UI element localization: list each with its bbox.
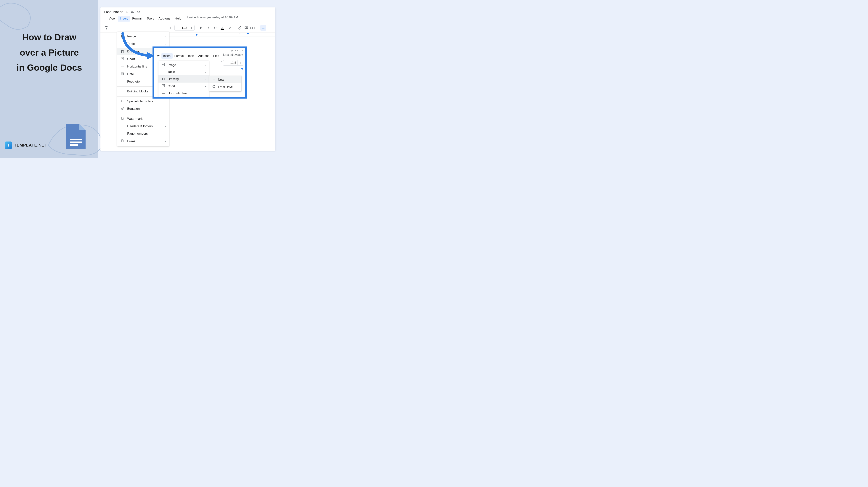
chart-icon [121,57,124,61]
zoom-dd-chart[interactable]: Chart▸ [158,83,209,90]
zoom-menubar: w Insert Format Tools Add-ons Help Last … [154,53,245,59]
star-icon[interactable]: ☆ [125,10,128,14]
zoom-callout: ☆ w Insert Format Tools Add-ons Help Las… [153,46,247,99]
font-size-decrease[interactable]: − [175,25,180,31]
dd-headers[interactable]: Headers & footers▸ [117,123,169,130]
document-title[interactable]: Document [104,10,123,14]
ruler-tick-1: 1 [185,33,187,36]
zoom-last-edit[interactable]: Last edit was y [223,53,243,59]
document-title-row: Document ☆ [104,10,272,14]
chevron-right-icon: ▸ [164,132,166,135]
insert-image-icon[interactable]: ▾ [250,26,255,30]
zoom-dd-hline[interactable]: —Horizontal line [158,90,209,97]
zoom-font-increase[interactable]: + [238,60,243,65]
left-panel: How to Draw over a Picture in Google Doc… [0,0,98,158]
menu-tools[interactable]: Tools [145,15,156,22]
italic-button[interactable]: I [206,25,211,31]
calendar-icon [121,72,124,76]
menu-format[interactable]: Format [130,15,145,22]
zoom-font-value[interactable]: 11.5 [229,60,238,65]
hline-icon: — [121,65,124,68]
brand-icon: T [5,141,12,149]
toolbar-divider-2 [257,26,258,30]
zoom-dd-image[interactable]: Image▸ [158,61,209,69]
brand-logo: T TEMPLATE.NET [5,141,47,149]
dd-watermark[interactable]: Watermark [117,115,169,123]
watermark-icon [121,117,124,121]
dd-image[interactable]: 🖼Image▸ [117,33,169,40]
underline-button[interactable]: U [213,25,218,31]
last-edit-link[interactable]: Last edit was yesterday at 10:09 AM [187,15,238,22]
ruler-tick-2: 2 [239,33,241,36]
text-color-button[interactable]: A [220,25,225,31]
dd-equation[interactable]: π²Equation [117,105,169,112]
zoom-menu-format[interactable]: Format [173,53,186,59]
zoom-menu-addons[interactable]: Add-ons [196,53,211,59]
chevron-right-icon: ▸ [164,35,166,38]
zoom-ruler-marker [241,68,243,71]
zoom-font-size: − 11.5 + [223,60,243,66]
move-folder-icon[interactable] [131,10,134,14]
ruler-right-marker[interactable] [247,33,249,35]
cloud-saved-icon [240,49,244,53]
format-group: B I U A [198,25,232,31]
chevron-right-icon: ▸ [205,85,206,88]
insert-link-icon[interactable] [238,26,242,30]
highlight-button[interactable] [227,25,232,31]
zoom-font-decrease[interactable]: − [223,60,229,65]
submenu-new[interactable]: +New [210,76,241,83]
drawing-submenu: +New From Drive [210,75,241,91]
dd-divider [117,113,169,114]
zoom-dropdown-icon[interactable]: ▾ [168,26,173,30]
zoom-menu-view-fragment: w [155,53,161,59]
omega-icon: Ω [121,99,124,103]
title-line2: over a Picture [20,47,79,58]
bold-button[interactable]: B [198,25,204,31]
drive-icon [212,85,216,89]
zoom-menu-tools[interactable]: Tools [186,53,196,59]
dd-pagenum[interactable]: Page numbers▸ [117,130,169,137]
paint-format-icon[interactable] [104,26,109,30]
menu-insert[interactable]: Insert [118,15,130,22]
title-line3: in Google Docs [17,63,82,72]
menu-bar: View Insert Format Tools Add-ons Help La… [104,15,272,22]
hline-icon: — [161,92,165,95]
svg-rect-2 [70,144,78,146]
zoom-ruler-tick: 1 [214,68,215,71]
menu-addons[interactable]: Add-ons [156,15,173,22]
submenu-from-drive[interactable]: From Drive [210,83,241,91]
chart-icon [161,84,165,88]
dd-special[interactable]: ΩSpecial characters [117,98,169,105]
google-docs-screenshot: Document ☆ View Insert Format Tools Add-… [100,7,275,151]
align-button[interactable] [260,25,266,31]
zoom-dd-table[interactable]: Table▸ [158,69,209,75]
chevron-right-icon: ▸ [205,64,206,66]
cloud-saved-icon[interactable] [137,10,141,14]
ruler-indent-marker[interactable] [195,34,198,37]
svg-rect-1 [70,141,82,143]
zoom-menu-insert[interactable]: Insert [161,53,173,59]
drawing-icon: ◧ [161,77,165,81]
image-icon [161,63,165,67]
menu-help[interactable]: Help [173,15,184,22]
chevron-right-icon: ▸ [205,71,206,73]
star-icon: ☆ [230,49,233,53]
plus-icon: + [212,78,216,82]
font-size-increase[interactable]: + [189,25,194,31]
google-docs-logo [65,123,87,150]
chevron-right-icon: ▸ [164,140,166,142]
chevron-right-icon: ▸ [164,125,166,128]
zoom-caret-icon: ▾ [221,60,222,66]
zoom-menu-help[interactable]: Help [211,53,221,59]
add-comment-icon[interactable] [244,26,249,30]
font-size-value[interactable]: 11.5 [180,26,189,30]
tutorial-title: How to Draw over a Picture in Google Doc… [6,30,93,75]
brand-text: TEMPLATE.NET [14,143,47,148]
move-folder-icon [235,49,238,53]
chevron-right-icon: ▸ [164,42,166,45]
decorative-squiggle-1 [0,0,46,32]
zoom-dd-drawing[interactable]: ◧Drawing▸ [158,75,209,83]
menu-view[interactable]: View [106,15,118,22]
dd-break[interactable]: Break▸ [117,137,169,145]
break-icon [121,139,124,143]
